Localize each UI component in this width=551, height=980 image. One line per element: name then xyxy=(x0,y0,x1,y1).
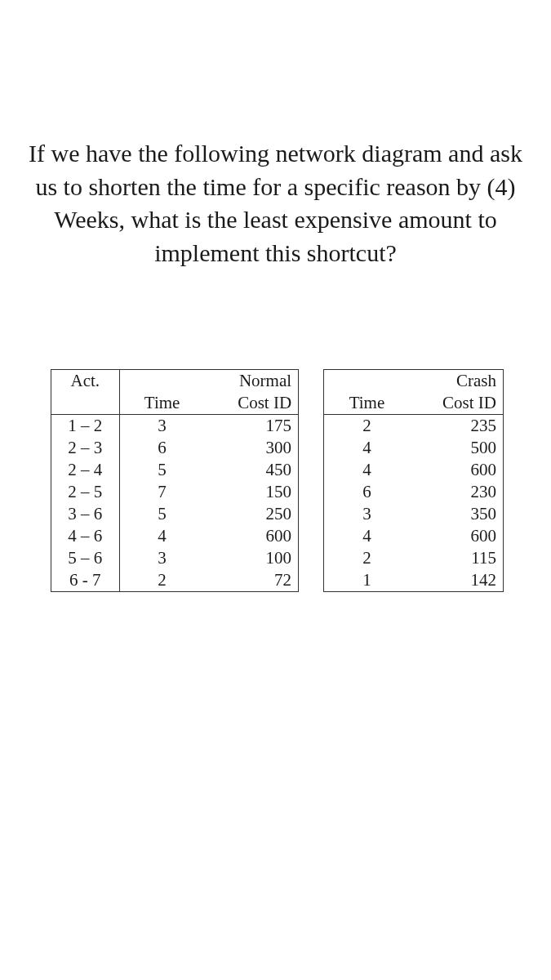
cell-act: 2 – 4 xyxy=(51,459,120,481)
cell-normal-cost: 150 xyxy=(205,481,299,503)
table-row: 1 – 231752235 xyxy=(51,415,504,438)
cell-act: 3 – 6 xyxy=(51,503,120,525)
table-row: 3 – 652503350 xyxy=(51,503,504,525)
header-crash: Crash xyxy=(409,370,503,393)
cell-crash-time: 2 xyxy=(324,547,410,569)
header-crash-cost: Cost ID xyxy=(409,392,503,415)
cell-act: 5 – 6 xyxy=(51,547,120,569)
gap xyxy=(299,481,324,503)
cell-normal-cost: 250 xyxy=(205,503,299,525)
cell-act: 2 – 5 xyxy=(51,481,120,503)
table-row: 2 – 571506230 xyxy=(51,481,504,503)
gap xyxy=(299,525,324,547)
cell-crash-cost: 115 xyxy=(409,547,503,569)
cell-crash-time: 4 xyxy=(324,459,410,481)
table-row: 5 – 631002115 xyxy=(51,547,504,569)
cell-normal-cost: 600 xyxy=(205,525,299,547)
cell-normal-cost: 450 xyxy=(205,459,299,481)
cell-normal-time: 5 xyxy=(119,503,205,525)
cell-normal-cost: 175 xyxy=(205,415,299,438)
gap xyxy=(299,503,324,525)
gap xyxy=(299,415,324,438)
cell-act: 6 - 7 xyxy=(51,569,120,592)
cell-normal-time: 3 xyxy=(119,547,205,569)
cell-crash-time: 4 xyxy=(324,437,410,459)
cell-crash-cost: 600 xyxy=(409,525,503,547)
cell-crash-cost: 142 xyxy=(409,569,503,592)
gap xyxy=(299,392,324,415)
cell-act: 4 – 6 xyxy=(51,525,120,547)
table-row: 4 – 646004600 xyxy=(51,525,504,547)
cell-normal-time: 6 xyxy=(119,437,205,459)
header-normal: Normal xyxy=(205,370,299,393)
gap xyxy=(299,437,324,459)
cell-normal-cost: 72 xyxy=(205,569,299,592)
question-text: If we have the following network diagram… xyxy=(20,137,531,270)
cell-crash-time: 2 xyxy=(324,415,410,438)
cell-normal-time: 7 xyxy=(119,481,205,503)
cell-normal-time: 2 xyxy=(119,569,205,592)
table-row: 2 – 454504600 xyxy=(51,459,504,481)
header-act-blank xyxy=(51,392,120,415)
cell-crash-time: 4 xyxy=(324,525,410,547)
table-header-row-1: Act. Normal Crash xyxy=(51,370,504,393)
cell-normal-cost: 100 xyxy=(205,547,299,569)
cell-crash-time: 6 xyxy=(324,481,410,503)
table-header-row-2: Time Cost ID Time Cost ID xyxy=(51,392,504,415)
cell-normal-time: 3 xyxy=(119,415,205,438)
header-normal-blank xyxy=(119,370,205,393)
cell-normal-cost: 300 xyxy=(205,437,299,459)
cell-act: 1 – 2 xyxy=(51,415,120,438)
header-normal-time: Time xyxy=(119,392,205,415)
table-row: 2 – 363004500 xyxy=(51,437,504,459)
data-table-container: Act. Normal Crash Time Cost ID Time Cost… xyxy=(51,369,504,592)
activity-table: Act. Normal Crash Time Cost ID Time Cost… xyxy=(51,369,504,592)
table-row: 6 - 72721142 xyxy=(51,569,504,592)
cell-crash-cost: 350 xyxy=(409,503,503,525)
header-crash-time: Time xyxy=(324,392,410,415)
cell-crash-cost: 500 xyxy=(409,437,503,459)
header-crash-blank xyxy=(324,370,410,393)
header-normal-cost: Cost ID xyxy=(205,392,299,415)
cell-crash-cost: 235 xyxy=(409,415,503,438)
cell-crash-cost: 600 xyxy=(409,459,503,481)
header-act: Act. xyxy=(51,370,120,393)
gap xyxy=(299,547,324,569)
gap xyxy=(299,459,324,481)
cell-crash-cost: 230 xyxy=(409,481,503,503)
cell-act: 2 – 3 xyxy=(51,437,120,459)
cell-normal-time: 4 xyxy=(119,525,205,547)
cell-crash-time: 1 xyxy=(324,569,410,592)
cell-normal-time: 5 xyxy=(119,459,205,481)
cell-crash-time: 3 xyxy=(324,503,410,525)
gap xyxy=(299,370,324,393)
gap xyxy=(299,569,324,592)
